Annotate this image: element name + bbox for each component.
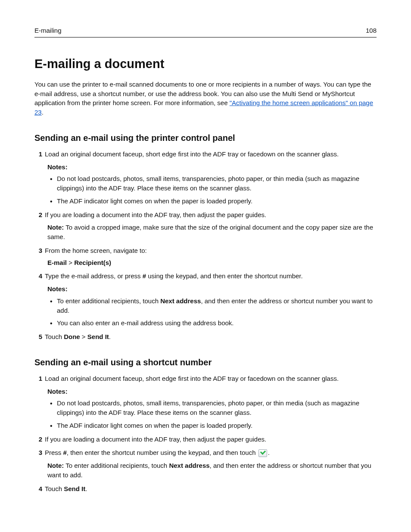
step-text-post: . [109,333,111,340]
note-block: Note: To enter additional recipients, to… [47,461,377,480]
step-bold-b: Send It [87,333,109,340]
bullet-bold: Next address [160,297,201,305]
note-label: Note: [47,224,64,231]
step-text-mid: , then enter the shortcut number using t… [67,449,258,456]
section-b-steps: Load an original document faceup, short … [34,374,377,494]
notes-list: Do not load postcards, photos, small ite… [47,398,377,430]
section-a-heading: Sending an e-mail using the printer cont… [34,132,377,144]
notes-label: Notes: [47,284,377,294]
note-bullet: The ADF indicator light comes on when th… [47,196,377,206]
page-title: E-mailing a document [34,55,377,73]
step-text: From the home screen, navigate to: [45,247,147,254]
note-label: Note: [47,462,64,469]
step-text-post: . [85,485,87,492]
step-item: If you are loading a document into the A… [34,210,377,242]
intro-text-after: . [42,109,44,116]
step-item: Load an original document faceup, short … [34,374,377,430]
step-text: Load an original document faceup, short … [45,375,339,382]
step-item: Touch Done > Send It. [34,332,377,342]
note-text: To avoid a cropped image, make sure that… [47,224,373,240]
bullet-text-a: To enter additional recipients, touch [57,297,160,305]
nav-sep: > [67,259,74,266]
header-page-number: 108 [366,26,377,35]
notes-list: To enter additional recipients, touch Ne… [47,296,377,328]
check-icon [258,449,267,457]
note-bullet: To enter additional recipients, touch Ne… [47,296,377,315]
page-header: E-mailing 108 [34,26,377,37]
step-text-pre: Touch [45,485,64,492]
notes-label: Notes: [47,387,377,396]
note-bullet: Do not load postcards, photos, small ite… [47,174,377,193]
header-section: E-mailing [34,26,62,35]
notes-label: Notes: [47,162,377,172]
step-text-post: . [268,449,270,456]
note-block: Note: To avoid a cropped image, make sur… [47,223,377,242]
note-bullet: Do not load postcards, photos, small ite… [47,398,377,417]
step-item: If you are loading a document into the A… [34,435,377,444]
note-bullet: The ADF indicator light comes on when th… [47,421,377,430]
note-bullet: You can also enter an e-mail address usi… [47,318,377,328]
hash-key: # [143,272,146,280]
step-item: Load an original document faceup, short … [34,149,377,206]
note-bold: Next address [169,462,209,469]
step-item: Type the e-mail address, or press # usin… [34,271,377,328]
section-b-heading: Sending an e-mail using a shortcut numbe… [34,356,377,369]
section-a-steps: Load an original document faceup, short … [34,149,377,342]
step-text: Load an original document faceup, short … [45,150,339,158]
step-item: Press #, then enter the shortcut number … [34,448,377,479]
step-bold-a: Done [64,333,80,340]
step-bold: Send It [64,485,85,492]
note-text-a: To enter additional recipients, touch [64,462,169,469]
step-item: From the home screen, navigate to: E-mai… [34,246,377,268]
step-text-pre: Type the e-mail address, or press [45,272,143,280]
step-text-post: using the keypad, and then enter the sho… [146,272,303,280]
step-text: If you are loading a document into the A… [45,211,266,218]
notes-list: Do not load postcards, photos, small ite… [47,174,377,205]
step-text-pre: Press [45,449,63,456]
nav-path-b: Recipient(s) [74,259,111,266]
intro-paragraph: You can use the printer to e-mail scanne… [34,80,377,117]
nav-path-a: E-mail [47,259,67,266]
hash-key: # [63,449,67,456]
step-item: Touch Send It. [34,484,377,494]
step-sep: > [80,333,87,340]
step-text-pre: Touch [45,333,64,340]
